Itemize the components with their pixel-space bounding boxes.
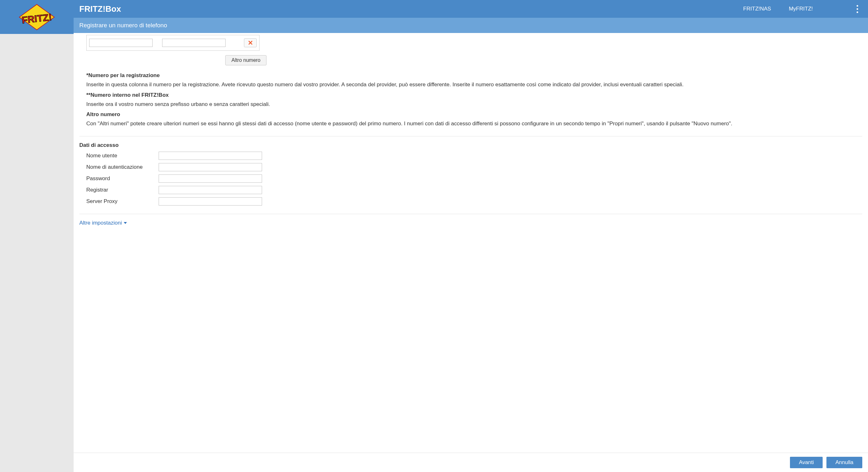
app-title: FRITZ!Box bbox=[79, 4, 121, 14]
next-button[interactable]: Avanti bbox=[790, 457, 823, 468]
authname-field[interactable] bbox=[159, 163, 262, 171]
content: ✕ Altro numero *Numero per la registrazi… bbox=[73, 33, 868, 453]
authname-label: Nome di autenticazione bbox=[86, 164, 159, 170]
sidebar: FRITZ! bbox=[0, 0, 73, 472]
help-text-internal: Inserite ora il vostro numero senza pref… bbox=[86, 100, 855, 108]
separator bbox=[79, 214, 862, 214]
access-section-title: Dati di accesso bbox=[79, 142, 862, 149]
registrar-label: Registrar bbox=[86, 187, 159, 193]
proxy-label: Server Proxy bbox=[86, 198, 159, 204]
password-field[interactable] bbox=[159, 175, 262, 183]
proxy-field[interactable] bbox=[159, 197, 262, 206]
help-title-registration: *Numero per la registrazione bbox=[86, 72, 855, 79]
footer-bar: Avanti Annulla bbox=[73, 453, 868, 472]
registration-number-input[interactable] bbox=[89, 39, 153, 47]
help-text-registration: Inserite in questa colonna il numero per… bbox=[86, 81, 855, 89]
numbers-table: ✕ bbox=[86, 35, 259, 51]
nav-myfritz[interactable]: MyFRITZ! bbox=[789, 6, 813, 12]
delete-row-button[interactable]: ✕ bbox=[244, 38, 257, 47]
close-icon: ✕ bbox=[248, 39, 253, 46]
help-block: *Numero per la registrazione Inserite in… bbox=[79, 72, 862, 128]
help-title-other: Altro numero bbox=[86, 111, 855, 118]
password-label: Password bbox=[86, 176, 159, 182]
separator bbox=[79, 136, 862, 136]
help-text-other: Con "Altri numeri" potete creare ulterio… bbox=[86, 120, 855, 128]
access-form: Nome utente Nome di autenticazione Passw… bbox=[79, 152, 862, 206]
help-title-internal: **Numero interno nel FRITZ!Box bbox=[86, 92, 855, 98]
username-label: Nome utente bbox=[86, 153, 159, 159]
page-subtitle: Registrare un numero di telefono bbox=[73, 18, 868, 33]
add-number-button[interactable]: Altro numero bbox=[225, 55, 267, 65]
table-row: ✕ bbox=[87, 35, 259, 51]
header: FRITZ!Box FRITZ!NAS MyFRITZ! bbox=[73, 0, 868, 18]
more-settings-label: Altre impostazioni bbox=[79, 220, 122, 226]
cancel-button[interactable]: Annulla bbox=[827, 457, 862, 468]
username-field[interactable] bbox=[159, 152, 262, 160]
menu-icon[interactable] bbox=[854, 3, 861, 15]
registrar-field[interactable] bbox=[159, 186, 262, 194]
nav-fritznas[interactable]: FRITZ!NAS bbox=[743, 6, 771, 12]
internal-number-input[interactable] bbox=[162, 39, 225, 47]
more-settings-toggle[interactable]: Altre impostazioni bbox=[79, 220, 127, 226]
fritz-logo: FRITZ! bbox=[0, 0, 73, 34]
